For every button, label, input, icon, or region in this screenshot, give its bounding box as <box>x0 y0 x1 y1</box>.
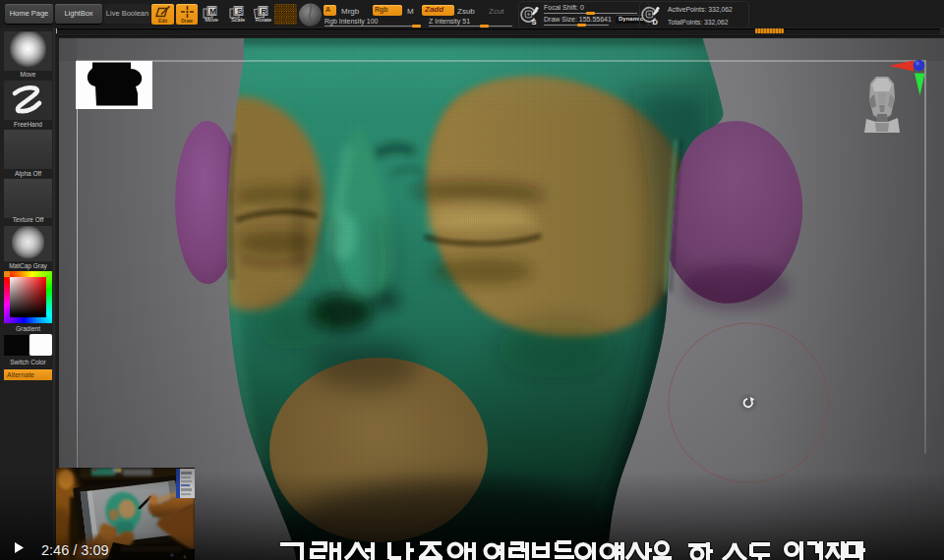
svg-text:R: R <box>262 7 267 16</box>
svg-text:S: S <box>237 7 243 16</box>
svg-text:M: M <box>209 7 216 16</box>
svg-text:D: D <box>653 18 659 27</box>
svg-text:S: S <box>532 18 537 27</box>
